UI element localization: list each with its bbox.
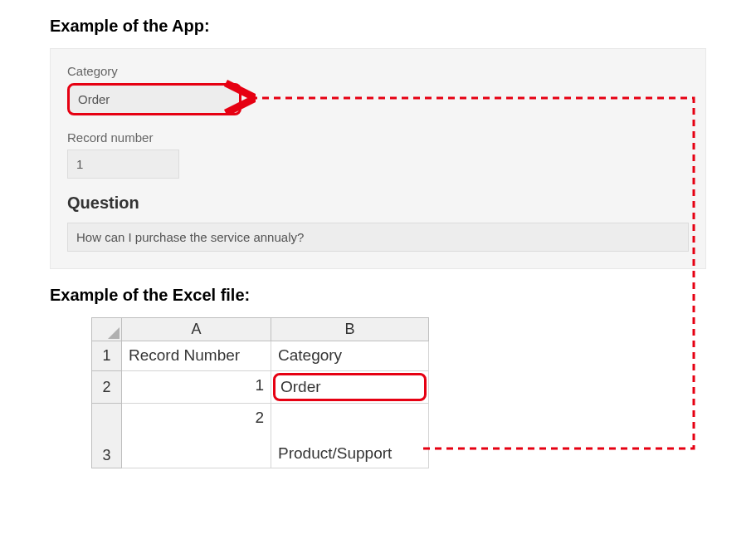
field-question: Question How can I purchase the service …: [67, 194, 689, 252]
excel-table: A B 1 Record Number Category 2 1 Order 3…: [91, 317, 429, 468]
excel-header-row: A B: [92, 318, 429, 341]
label-record-number: Record number: [67, 130, 689, 145]
heading-excel-example: Example of the Excel file:: [50, 286, 706, 305]
excel-select-all-corner[interactable]: [92, 318, 122, 341]
triangle-icon: [108, 327, 119, 339]
excel-col-header-a[interactable]: A: [122, 318, 271, 341]
field-category: Category Order: [67, 64, 689, 115]
excel-cell-b2[interactable]: Order: [271, 371, 429, 404]
excel-cell-b1[interactable]: Category: [271, 341, 429, 371]
field-record-number: Record number 1: [67, 130, 689, 179]
excel-cell-a1[interactable]: Record Number: [122, 341, 271, 371]
excel-row-header-3[interactable]: 3: [92, 404, 122, 468]
excel-cell-a3[interactable]: 2: [122, 404, 271, 468]
input-record-number[interactable]: 1: [67, 150, 179, 179]
input-question[interactable]: How can I purchase the service annualy?: [67, 223, 689, 252]
excel-row-3: 3 2 Product/Support: [92, 404, 429, 468]
excel-col-header-b[interactable]: B: [271, 318, 429, 341]
excel-row-2: 2 1 Order: [92, 371, 429, 404]
excel-row-header-1[interactable]: 1: [92, 341, 122, 371]
excel-row-1: 1 Record Number Category: [92, 341, 429, 371]
excel-cell-b3[interactable]: Product/Support: [271, 404, 429, 468]
heading-question: Question: [67, 194, 689, 213]
excel-cell-a2[interactable]: 1: [122, 371, 271, 404]
label-category: Category: [67, 64, 689, 78]
heading-app-example: Example of the App:: [50, 17, 706, 36]
app-panel: Category Order Record number 1 Question …: [50, 48, 706, 269]
input-category[interactable]: Order: [67, 83, 241, 115]
highlight-order-cell: Order: [273, 373, 427, 401]
excel-grid: A B 1 Record Number Category 2 1 Order 3…: [91, 317, 706, 468]
excel-row-header-2[interactable]: 2: [92, 371, 122, 404]
